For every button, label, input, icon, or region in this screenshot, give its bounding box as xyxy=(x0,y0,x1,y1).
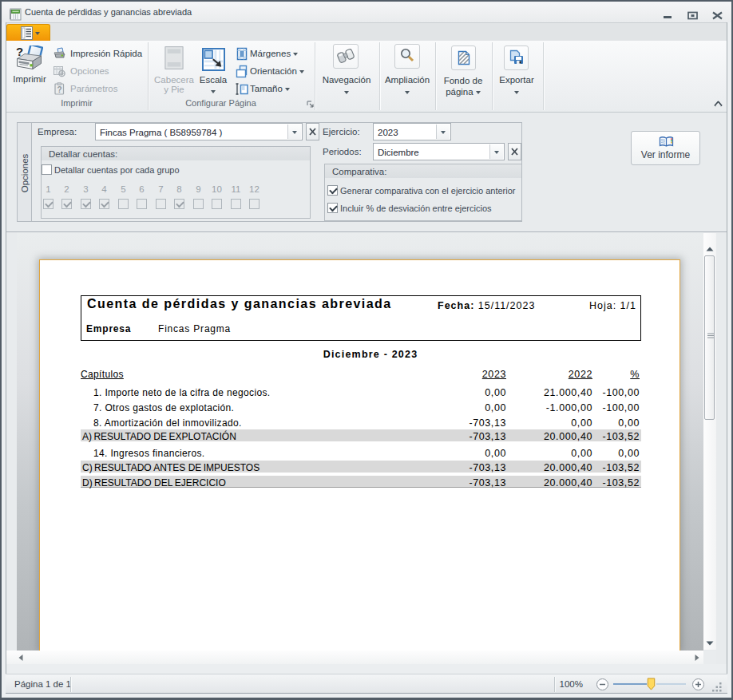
svg-text:?: ? xyxy=(16,45,23,58)
svg-text:?: ? xyxy=(57,85,61,94)
